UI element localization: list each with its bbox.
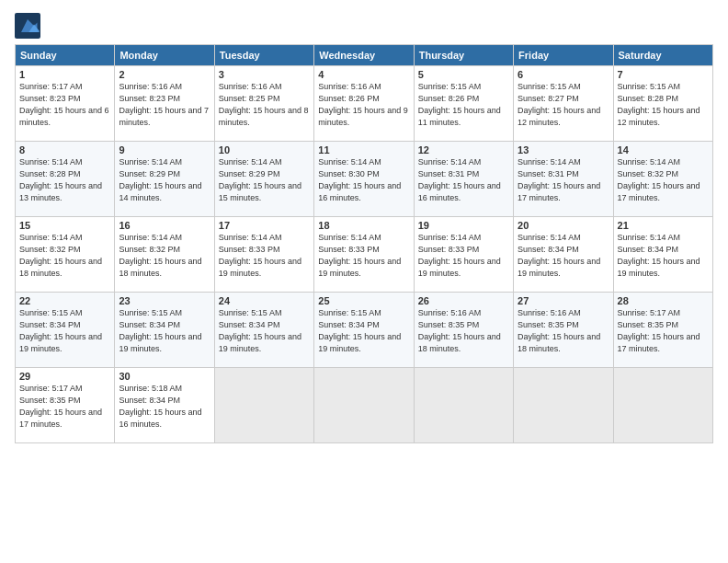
header-row: SundayMondayTuesdayWednesdayThursdayFrid… <box>16 45 713 66</box>
col-header-monday: Monday <box>115 45 214 66</box>
day-cell <box>414 368 513 443</box>
day-cell: 13Sunrise: 5:14 AMSunset: 8:31 PMDayligh… <box>514 142 613 217</box>
day-info: Sunrise: 5:18 AMSunset: 8:34 PMDaylight:… <box>119 383 210 431</box>
day-cell: 5Sunrise: 5:15 AMSunset: 8:26 PMDaylight… <box>414 66 513 142</box>
day-number: 15 <box>19 220 110 231</box>
col-header-wednesday: Wednesday <box>314 45 414 66</box>
day-cell: 22Sunrise: 5:15 AMSunset: 8:34 PMDayligh… <box>16 293 115 368</box>
day-cell <box>314 368 414 443</box>
day-cell: 20Sunrise: 5:14 AMSunset: 8:34 PMDayligh… <box>514 217 613 293</box>
day-info: Sunrise: 5:14 AMSunset: 8:30 PMDaylight:… <box>318 156 409 204</box>
page: SundayMondayTuesdayWednesdayThursdayFrid… <box>0 0 728 563</box>
day-info: Sunrise: 5:16 AMSunset: 8:26 PMDaylight:… <box>318 81 409 129</box>
week-row-2: 8Sunrise: 5:14 AMSunset: 8:28 PMDaylight… <box>16 142 713 217</box>
day-number: 29 <box>19 371 110 382</box>
day-info: Sunrise: 5:14 AMSunset: 8:29 PMDaylight:… <box>219 156 310 204</box>
day-cell: 25Sunrise: 5:15 AMSunset: 8:34 PMDayligh… <box>314 293 414 368</box>
day-info: Sunrise: 5:14 AMSunset: 8:34 PMDaylight:… <box>618 232 709 280</box>
day-number: 28 <box>618 295 709 306</box>
col-header-tuesday: Tuesday <box>214 45 313 66</box>
day-info: Sunrise: 5:17 AMSunset: 8:35 PMDaylight:… <box>618 307 709 355</box>
day-cell <box>214 368 313 443</box>
day-info: Sunrise: 5:14 AMSunset: 8:29 PMDaylight:… <box>119 156 210 204</box>
day-cell: 17Sunrise: 5:14 AMSunset: 8:33 PMDayligh… <box>214 217 313 293</box>
day-info: Sunrise: 5:15 AMSunset: 8:28 PMDaylight:… <box>618 81 709 129</box>
day-number: 17 <box>219 220 310 231</box>
day-number: 24 <box>219 295 310 306</box>
day-number: 21 <box>618 220 709 231</box>
day-info: Sunrise: 5:14 AMSunset: 8:32 PMDaylight:… <box>618 156 709 204</box>
day-cell: 14Sunrise: 5:14 AMSunset: 8:32 PMDayligh… <box>613 142 712 217</box>
day-number: 20 <box>518 220 609 231</box>
day-cell: 30Sunrise: 5:18 AMSunset: 8:34 PMDayligh… <box>115 368 214 443</box>
day-info: Sunrise: 5:16 AMSunset: 8:35 PMDaylight:… <box>418 307 509 355</box>
day-number: 5 <box>418 69 509 80</box>
day-cell: 2Sunrise: 5:16 AMSunset: 8:23 PMDaylight… <box>115 66 214 142</box>
day-cell: 26Sunrise: 5:16 AMSunset: 8:35 PMDayligh… <box>414 293 513 368</box>
day-cell: 3Sunrise: 5:16 AMSunset: 8:25 PMDaylight… <box>214 66 313 142</box>
day-cell: 24Sunrise: 5:15 AMSunset: 8:34 PMDayligh… <box>214 293 313 368</box>
day-info: Sunrise: 5:15 AMSunset: 8:34 PMDaylight:… <box>219 307 310 355</box>
day-number: 19 <box>418 220 509 231</box>
day-cell: 16Sunrise: 5:14 AMSunset: 8:32 PMDayligh… <box>115 217 214 293</box>
day-number: 7 <box>618 69 709 80</box>
col-header-sunday: Sunday <box>16 45 115 66</box>
day-cell: 8Sunrise: 5:14 AMSunset: 8:28 PMDaylight… <box>16 142 115 217</box>
day-cell: 29Sunrise: 5:17 AMSunset: 8:35 PMDayligh… <box>16 368 115 443</box>
day-cell: 23Sunrise: 5:15 AMSunset: 8:34 PMDayligh… <box>115 293 214 368</box>
week-row-5: 29Sunrise: 5:17 AMSunset: 8:35 PMDayligh… <box>16 368 713 443</box>
day-cell <box>613 368 712 443</box>
day-info: Sunrise: 5:15 AMSunset: 8:34 PMDaylight:… <box>119 307 210 355</box>
col-header-friday: Friday <box>514 45 613 66</box>
calendar-table: SundayMondayTuesdayWednesdayThursdayFrid… <box>15 44 713 443</box>
day-number: 6 <box>518 69 609 80</box>
day-number: 2 <box>119 69 210 80</box>
day-cell <box>514 368 613 443</box>
day-cell: 12Sunrise: 5:14 AMSunset: 8:31 PMDayligh… <box>414 142 513 217</box>
day-info: Sunrise: 5:14 AMSunset: 8:32 PMDaylight:… <box>19 232 110 280</box>
day-number: 27 <box>518 295 609 306</box>
day-number: 14 <box>618 144 709 155</box>
week-row-4: 22Sunrise: 5:15 AMSunset: 8:34 PMDayligh… <box>16 293 713 368</box>
week-row-1: 1Sunrise: 5:17 AMSunset: 8:23 PMDaylight… <box>16 66 713 142</box>
day-info: Sunrise: 5:14 AMSunset: 8:33 PMDaylight:… <box>318 232 409 280</box>
day-info: Sunrise: 5:14 AMSunset: 8:33 PMDaylight:… <box>418 232 509 280</box>
week-row-3: 15Sunrise: 5:14 AMSunset: 8:32 PMDayligh… <box>16 217 713 293</box>
day-info: Sunrise: 5:14 AMSunset: 8:28 PMDaylight:… <box>19 156 110 204</box>
day-number: 23 <box>119 295 210 306</box>
day-info: Sunrise: 5:17 AMSunset: 8:35 PMDaylight:… <box>19 383 110 431</box>
day-number: 11 <box>318 144 409 155</box>
day-cell: 4Sunrise: 5:16 AMSunset: 8:26 PMDaylight… <box>314 66 414 142</box>
day-info: Sunrise: 5:14 AMSunset: 8:31 PMDaylight:… <box>418 156 509 204</box>
day-number: 9 <box>119 144 210 155</box>
day-info: Sunrise: 5:17 AMSunset: 8:23 PMDaylight:… <box>19 81 110 129</box>
day-number: 1 <box>19 69 110 80</box>
day-info: Sunrise: 5:14 AMSunset: 8:32 PMDaylight:… <box>119 232 210 280</box>
day-cell: 10Sunrise: 5:14 AMSunset: 8:29 PMDayligh… <box>214 142 313 217</box>
day-info: Sunrise: 5:15 AMSunset: 8:34 PMDaylight:… <box>318 307 409 355</box>
day-cell: 27Sunrise: 5:16 AMSunset: 8:35 PMDayligh… <box>514 293 613 368</box>
day-cell: 15Sunrise: 5:14 AMSunset: 8:32 PMDayligh… <box>16 217 115 293</box>
day-number: 4 <box>318 69 409 80</box>
day-info: Sunrise: 5:16 AMSunset: 8:35 PMDaylight:… <box>518 307 609 355</box>
day-info: Sunrise: 5:16 AMSunset: 8:23 PMDaylight:… <box>119 81 210 129</box>
day-number: 12 <box>418 144 509 155</box>
day-number: 13 <box>518 144 609 155</box>
logo-icon <box>15 13 40 39</box>
day-info: Sunrise: 5:15 AMSunset: 8:34 PMDaylight:… <box>19 307 110 355</box>
day-info: Sunrise: 5:15 AMSunset: 8:27 PMDaylight:… <box>518 81 609 129</box>
day-cell: 9Sunrise: 5:14 AMSunset: 8:29 PMDaylight… <box>115 142 214 217</box>
day-number: 16 <box>119 220 210 231</box>
day-cell: 6Sunrise: 5:15 AMSunset: 8:27 PMDaylight… <box>514 66 613 142</box>
header <box>15 9 713 39</box>
col-header-thursday: Thursday <box>414 45 513 66</box>
day-number: 25 <box>318 295 409 306</box>
day-cell: 11Sunrise: 5:14 AMSunset: 8:30 PMDayligh… <box>314 142 414 217</box>
day-info: Sunrise: 5:16 AMSunset: 8:25 PMDaylight:… <box>219 81 310 129</box>
day-info: Sunrise: 5:14 AMSunset: 8:31 PMDaylight:… <box>518 156 609 204</box>
day-cell: 1Sunrise: 5:17 AMSunset: 8:23 PMDaylight… <box>16 66 115 142</box>
day-number: 26 <box>418 295 509 306</box>
day-number: 3 <box>219 69 310 80</box>
day-number: 8 <box>19 144 110 155</box>
day-info: Sunrise: 5:14 AMSunset: 8:33 PMDaylight:… <box>219 232 310 280</box>
